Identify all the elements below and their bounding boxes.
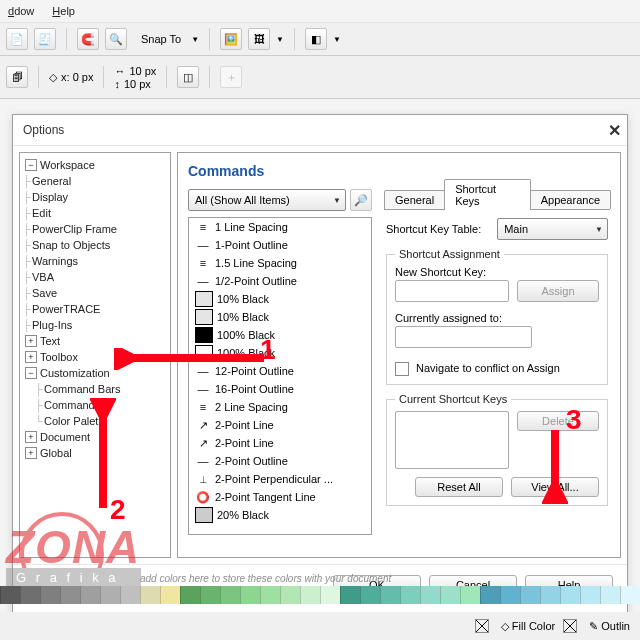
- color-swatch[interactable]: [520, 586, 540, 604]
- tree-item[interactable]: +Text: [22, 333, 168, 349]
- tool-icon[interactable]: 🖼️: [220, 28, 242, 50]
- menubar[interactable]: ddow Help: [0, 0, 640, 23]
- options-tree[interactable]: −Workspace ├General ├Display ├Edit ├Powe…: [19, 152, 171, 558]
- list-item[interactable]: —1-Point Outline: [189, 236, 371, 254]
- chevron-down-icon[interactable]: ▼: [276, 35, 284, 44]
- color-swatch[interactable]: [320, 586, 340, 604]
- list-item[interactable]: 10% Black: [189, 308, 371, 326]
- tree-item[interactable]: ├Plug-Ins: [22, 317, 168, 333]
- color-swatch[interactable]: [440, 586, 460, 604]
- menu-help[interactable]: Help: [52, 5, 75, 17]
- color-swatch[interactable]: [360, 586, 380, 604]
- color-swatch[interactable]: [400, 586, 420, 604]
- view-all-button[interactable]: View All...: [511, 477, 599, 497]
- list-item[interactable]: —16-Point Outline: [189, 380, 371, 398]
- tree-item[interactable]: ├General: [22, 173, 168, 189]
- tool-icon[interactable]: ◫: [177, 66, 199, 88]
- tree-expand-icon[interactable]: +: [25, 447, 37, 459]
- tree-item[interactable]: ├PowerTRACE: [22, 301, 168, 317]
- tree-item-customization[interactable]: −Customization: [22, 365, 168, 381]
- currently-assigned-input[interactable]: [395, 326, 532, 348]
- color-swatch[interactable]: [340, 586, 360, 604]
- tool-icon[interactable]: 🔍: [105, 28, 127, 50]
- color-swatch[interactable]: [540, 586, 560, 604]
- color-swatch[interactable]: [480, 586, 500, 604]
- list-item[interactable]: ≡1.5 Line Spacing: [189, 254, 371, 272]
- color-swatch[interactable]: [600, 586, 620, 604]
- chevron-down-icon[interactable]: ▼: [191, 35, 199, 44]
- tree-item[interactable]: +Global: [22, 445, 168, 461]
- color-swatch[interactable]: [260, 586, 280, 604]
- tree-item[interactable]: +Toolbox: [22, 349, 168, 365]
- tree-item[interactable]: ├PowerClip Frame: [22, 221, 168, 237]
- color-swatch[interactable]: [60, 586, 80, 604]
- list-item[interactable]: ≡2 Line Spacing: [189, 398, 371, 416]
- tree-item[interactable]: ├Snap to Objects: [22, 237, 168, 253]
- tab-general[interactable]: General: [384, 190, 445, 209]
- tree-expand-icon[interactable]: +: [25, 351, 37, 363]
- tree-expand-icon[interactable]: +: [25, 335, 37, 347]
- list-item[interactable]: 20% Black: [189, 506, 371, 524]
- color-swatch[interactable]: [240, 586, 260, 604]
- tree-item[interactable]: └Color Palette: [22, 413, 168, 429]
- tree-collapse-icon[interactable]: −: [25, 367, 37, 379]
- color-swatch[interactable]: [100, 586, 120, 604]
- color-swatch[interactable]: [0, 586, 20, 604]
- color-swatch[interactable]: [460, 586, 480, 604]
- list-item[interactable]: 100% Black: [189, 326, 371, 344]
- color-swatch[interactable]: [220, 586, 240, 604]
- no-outline-icon[interactable]: [563, 619, 577, 633]
- color-swatch[interactable]: [20, 586, 40, 604]
- search-icon[interactable]: 🔎: [350, 189, 372, 211]
- color-swatch[interactable]: [120, 586, 140, 604]
- delete-button[interactable]: Delete: [517, 411, 599, 431]
- tool-icon[interactable]: 📄: [6, 28, 28, 50]
- list-item[interactable]: ≡1 Line Spacing: [189, 218, 371, 236]
- tool-icon[interactable]: 🧲: [77, 28, 99, 50]
- tab-shortcut-keys[interactable]: Shortcut Keys: [444, 179, 531, 210]
- tree-item-commands[interactable]: ├Commands: [22, 397, 168, 413]
- list-item[interactable]: ⭕2-Point Tangent Line: [189, 488, 371, 506]
- assign-button[interactable]: Assign: [517, 280, 599, 302]
- list-item[interactable]: ↗2-Point Line: [189, 416, 371, 434]
- shortcut-table-combo[interactable]: Main▼: [497, 218, 608, 240]
- tree-expand-icon[interactable]: +: [25, 431, 37, 443]
- tab-appearance[interactable]: Appearance: [530, 190, 611, 209]
- color-swatch[interactable]: [560, 586, 580, 604]
- tool-icon[interactable]: ◧: [305, 28, 327, 50]
- tree-item[interactable]: ├Command Bars: [22, 381, 168, 397]
- color-swatch[interactable]: [160, 586, 180, 604]
- tree-collapse-icon[interactable]: −: [25, 159, 37, 171]
- color-swatch[interactable]: [500, 586, 520, 604]
- list-item[interactable]: —2-Point Outline: [189, 452, 371, 470]
- tree-item[interactable]: ├VBA: [22, 269, 168, 285]
- color-swatch[interactable]: [40, 586, 60, 604]
- navigate-conflict-checkbox[interactable]: [395, 362, 409, 376]
- color-swatch[interactable]: [580, 586, 600, 604]
- tree-item[interactable]: +Document: [22, 429, 168, 445]
- commands-filter-combo[interactable]: All (Show All Items)▼: [188, 189, 346, 211]
- color-swatch[interactable]: [80, 586, 100, 604]
- chevron-down-icon[interactable]: ▼: [333, 35, 341, 44]
- color-swatch[interactable]: [620, 586, 640, 604]
- color-swatch[interactable]: [180, 586, 200, 604]
- tool-icon[interactable]: 🧾: [34, 28, 56, 50]
- color-swatch[interactable]: [280, 586, 300, 604]
- color-swatch[interactable]: [380, 586, 400, 604]
- color-swatch[interactable]: [300, 586, 320, 604]
- tree-item[interactable]: ├Display: [22, 189, 168, 205]
- tree-item[interactable]: ├Warnings: [22, 253, 168, 269]
- list-item[interactable]: —1/2-Point Outline: [189, 272, 371, 290]
- tree-item[interactable]: ├Save: [22, 285, 168, 301]
- list-item[interactable]: ↗2-Point Line: [189, 434, 371, 452]
- menu-window[interactable]: ddow: [8, 5, 34, 17]
- reset-all-button[interactable]: Reset All: [415, 477, 503, 497]
- add-icon[interactable]: ＋: [220, 66, 242, 88]
- new-shortcut-input[interactable]: [395, 280, 509, 302]
- close-icon[interactable]: ✕: [608, 121, 621, 140]
- color-swatch[interactable]: [200, 586, 220, 604]
- tool-icon[interactable]: 🖽: [248, 28, 270, 50]
- tool-icon[interactable]: 🗐: [6, 66, 28, 88]
- list-item[interactable]: 10% Black: [189, 290, 371, 308]
- tree-item[interactable]: ├Edit: [22, 205, 168, 221]
